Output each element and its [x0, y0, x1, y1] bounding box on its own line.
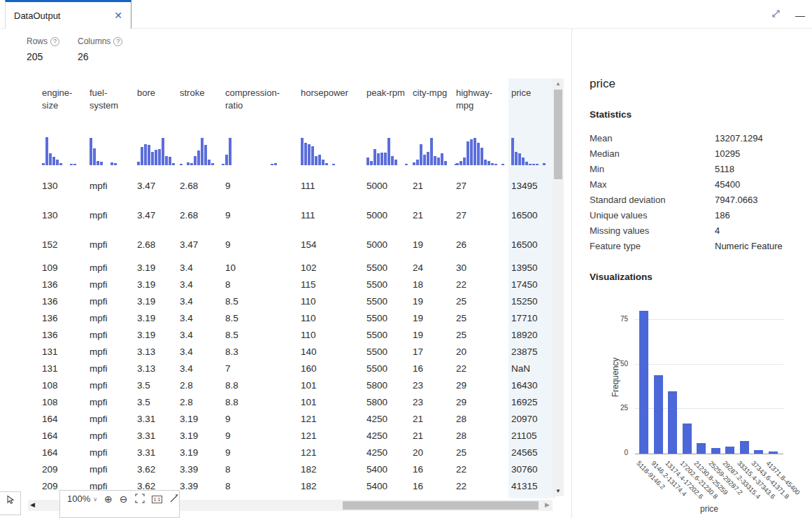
table-cell[interactable]: 8 [225, 276, 301, 293]
table-cell[interactable]: 5500 [366, 343, 413, 360]
table-cell[interactable]: 101 [301, 377, 366, 393]
table-cell[interactable]: 108 [42, 377, 90, 393]
table-cell[interactable]: 23875 [508, 343, 555, 360]
table-cell[interactable]: 2.68 [137, 230, 180, 259]
table-cell[interactable]: 3.4 [180, 326, 225, 343]
column-header-stroke[interactable]: stroke [180, 78, 225, 126]
help-icon[interactable]: ? [113, 37, 122, 46]
table-cell[interactable]: 182 [301, 461, 366, 477]
table-cell[interactable]: 8.8 [225, 393, 301, 410]
table-cell[interactable]: 16500 [508, 230, 555, 259]
table-cell[interactable]: 102 [301, 259, 366, 276]
table-cell[interactable]: 164 [42, 444, 90, 461]
table-cell[interactable]: 5000 [366, 230, 413, 259]
table-cell[interactable]: 3.31 [137, 410, 180, 427]
table-cell[interactable]: 17 [413, 343, 456, 360]
table-cell[interactable]: mpfi [90, 444, 137, 461]
table-cell[interactable]: 17450 [508, 276, 555, 293]
table-cell[interactable]: 8 [225, 461, 301, 477]
scroll-left-icon[interactable]: ◀ [30, 501, 35, 508]
table-cell[interactable]: 130 [42, 200, 90, 230]
table-cell[interactable]: 3.4 [180, 360, 225, 377]
table-cell[interactable]: 8.3 [225, 343, 301, 360]
table-cell[interactable]: 3.5 [137, 377, 180, 393]
column-mini-histogram[interactable] [456, 126, 508, 171]
table-cell[interactable]: 16430 [508, 377, 555, 393]
column-mini-histogram[interactable] [413, 126, 456, 171]
table-cell[interactable]: 136 [42, 293, 90, 309]
table-cell[interactable]: 8.5 [225, 326, 301, 343]
table-cell[interactable]: 25 [456, 309, 508, 326]
table-cell[interactable]: 20970 [508, 410, 555, 427]
table-cell[interactable]: 7 [225, 360, 301, 377]
table-cell[interactable]: 8 [225, 477, 301, 494]
table-cell[interactable]: 111 [301, 171, 366, 200]
column-header-engine-size[interactable]: engine-size [42, 78, 90, 126]
table-cell[interactable]: 9 [225, 230, 301, 259]
table-cell[interactable]: 5500 [366, 360, 413, 377]
column-mini-histogram[interactable] [225, 126, 301, 171]
table-cell[interactable]: 3.47 [137, 171, 180, 200]
table-cell[interactable]: 21 [413, 410, 456, 427]
table-cell[interactable]: 5500 [366, 276, 413, 293]
table-cell[interactable]: 21 [413, 171, 456, 200]
expand-icon[interactable] [771, 8, 781, 22]
table-cell[interactable]: 9 [225, 171, 301, 200]
table-cell[interactable]: 4250 [366, 444, 413, 461]
table-cell[interactable]: 3.19 [137, 293, 180, 309]
table-cell[interactable]: 152 [42, 230, 90, 259]
table-cell[interactable]: 24 [413, 259, 456, 276]
table-cell[interactable]: mpfi [90, 171, 137, 200]
column-header-highway-mpg[interactable]: highway-mpg [456, 78, 508, 126]
fit-to-screen-icon[interactable] [135, 493, 145, 506]
table-cell[interactable]: 19 [413, 230, 456, 259]
table-cell[interactable]: 30 [456, 259, 508, 276]
column-mini-histogram[interactable] [366, 126, 413, 171]
table-cell[interactable]: 5000 [366, 171, 413, 200]
table-cell[interactable]: 3.13 [137, 360, 180, 377]
table-cell[interactable]: 20 [456, 343, 508, 360]
column-mini-histogram[interactable] [301, 126, 366, 171]
table-cell[interactable]: 164 [42, 410, 90, 427]
table-cell[interactable]: 3.62 [137, 461, 180, 477]
table-cell[interactable]: NaN [508, 360, 555, 377]
table-cell[interactable]: mpfi [90, 259, 137, 276]
table-cell[interactable]: 131 [42, 360, 90, 377]
table-cell[interactable]: 25 [456, 293, 508, 309]
horizontal-scrollbar-thumb[interactable] [343, 501, 539, 510]
table-cell[interactable]: 30760 [508, 461, 555, 477]
table-cell[interactable]: mpfi [90, 309, 137, 326]
table-cell[interactable]: 22 [456, 494, 508, 498]
table-cell[interactable]: 182 [301, 494, 366, 498]
table-cell[interactable]: 5800 [366, 393, 413, 410]
table-cell[interactable]: 121 [301, 410, 366, 427]
table-cell[interactable]: mpfi [90, 343, 137, 360]
table-cell[interactable]: 3.4 [180, 343, 225, 360]
table-cell[interactable]: mpfi [90, 377, 137, 393]
table-cell[interactable]: 23 [413, 393, 456, 410]
table-cell[interactable]: 4250 [366, 410, 413, 427]
table-cell[interactable]: 19 [413, 293, 456, 309]
table-cell[interactable]: 136 [42, 309, 90, 326]
table-cell[interactable]: 8.5 [225, 293, 301, 309]
table-cell[interactable]: 2.68 [180, 200, 225, 230]
column-header-bore[interactable]: bore [137, 78, 180, 126]
table-cell[interactable]: 3.39 [180, 494, 225, 498]
table-cell[interactable]: 21105 [508, 427, 555, 444]
table-cell[interactable]: 16500 [508, 200, 555, 230]
table-cell[interactable]: 154 [301, 230, 366, 259]
close-icon[interactable]: ✕ [114, 10, 122, 20]
column-mini-histogram[interactable] [137, 126, 180, 171]
zoom-level[interactable]: 100% [67, 493, 90, 504]
column-mini-histogram[interactable] [180, 126, 225, 171]
table-cell[interactable]: 3.19 [137, 259, 180, 276]
table-cell[interactable]: 21 [413, 200, 456, 230]
table-cell[interactable]: 25 [456, 326, 508, 343]
table-cell[interactable]: 28 [456, 410, 508, 427]
table-cell[interactable]: 25 [456, 444, 508, 461]
table-cell[interactable]: 3.19 [137, 276, 180, 293]
vertical-scrollbar[interactable]: ▲ ▼ [553, 78, 564, 496]
table-cell[interactable]: mpfi [90, 293, 137, 309]
table-cell[interactable]: 22 [456, 276, 508, 293]
table-cell[interactable]: 3.39 [180, 477, 225, 494]
